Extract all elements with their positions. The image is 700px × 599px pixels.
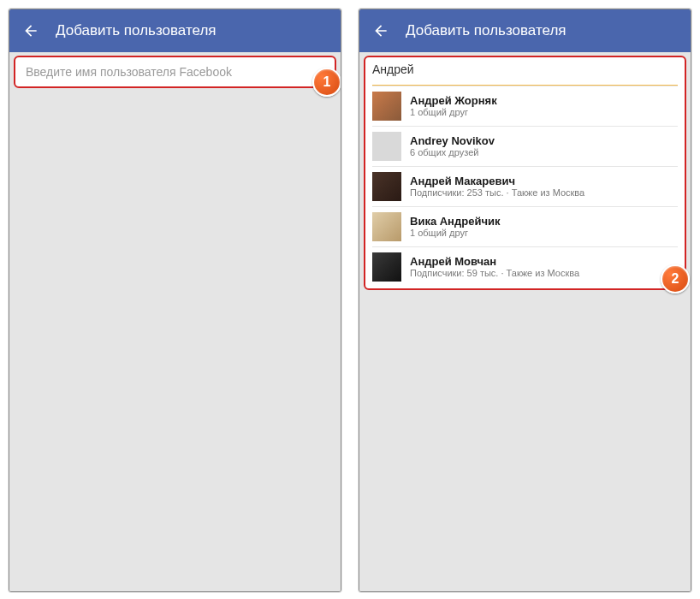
list-item[interactable]: Андрей Мовчан Подписчики: 59 тыс. · Такж… — [372, 246, 678, 287]
list-item[interactable]: Андрей Жорняк 1 общий друг — [372, 86, 678, 126]
content-area: Андрей Андрей Жорняк 1 общий друг Andrey… — [359, 52, 691, 591]
result-name: Андрей Жорняк — [410, 94, 497, 108]
result-name: Андрей Макаревич — [410, 175, 584, 188]
avatar — [372, 92, 401, 121]
callout-badge-2: 2 — [661, 264, 690, 294]
result-name: Andrey Novikov — [410, 134, 495, 148]
avatar — [372, 252, 401, 282]
content-area: 1 — [9, 52, 341, 591]
header-title: Добавить пользователя — [406, 22, 567, 39]
result-subtitle: 1 общий друг — [410, 228, 500, 239]
header-title: Добавить пользователя — [56, 22, 217, 39]
result-name: Вика Андрейчик — [410, 215, 500, 228]
avatar — [372, 172, 401, 201]
screenshots-container: Добавить пользователя 1 Добавить пользов… — [0, 0, 700, 599]
list-item-text: Андрей Жорняк 1 общий друг — [410, 94, 497, 119]
list-item-text: Андрей Мовчан Подписчики: 59 тыс. · Такж… — [410, 255, 579, 280]
result-subtitle: Подписчики: 59 тыс. · Также из Москва — [410, 268, 579, 279]
avatar — [372, 132, 401, 161]
back-arrow-icon[interactable] — [21, 21, 40, 40]
search-results-highlight: Андрей Андрей Жорняк 1 общий друг Andrey… — [364, 56, 686, 290]
phone-screen-right: Добавить пользователя Андрей Андрей Жорн… — [359, 9, 691, 592]
search-input[interactable] — [24, 64, 329, 80]
search-highlight: 1 — [14, 56, 336, 88]
list-item-text: Andrey Novikov 6 общих друзей — [410, 134, 495, 159]
result-subtitle: 1 общий друг — [410, 107, 497, 118]
search-field-box[interactable] — [14, 56, 336, 88]
phone-screen-left: Добавить пользователя 1 — [9, 9, 341, 592]
result-subtitle: 6 общих друзей — [410, 147, 495, 158]
result-name: Андрей Мовчан — [410, 255, 579, 269]
list-item-text: Андрей Макаревич Подписчики: 253 тыс. · … — [410, 175, 584, 199]
search-input-filled[interactable]: Андрей — [372, 62, 678, 78]
list-item[interactable]: Andrey Novikov 6 общих друзей — [372, 126, 678, 166]
back-arrow-icon[interactable] — [371, 21, 390, 40]
callout-badge-1: 1 — [312, 68, 341, 97]
list-item[interactable]: Андрей Макаревич Подписчики: 253 тыс. · … — [372, 166, 678, 206]
avatar — [372, 212, 401, 241]
app-header: Добавить пользователя — [359, 9, 691, 52]
result-subtitle: Подписчики: 253 тыс. · Также из Москва — [410, 187, 584, 199]
list-item[interactable]: Вика Андрейчик 1 общий друг — [372, 206, 678, 246]
app-header: Добавить пользователя — [9, 9, 341, 52]
list-item-text: Вика Андрейчик 1 общий друг — [410, 215, 500, 240]
